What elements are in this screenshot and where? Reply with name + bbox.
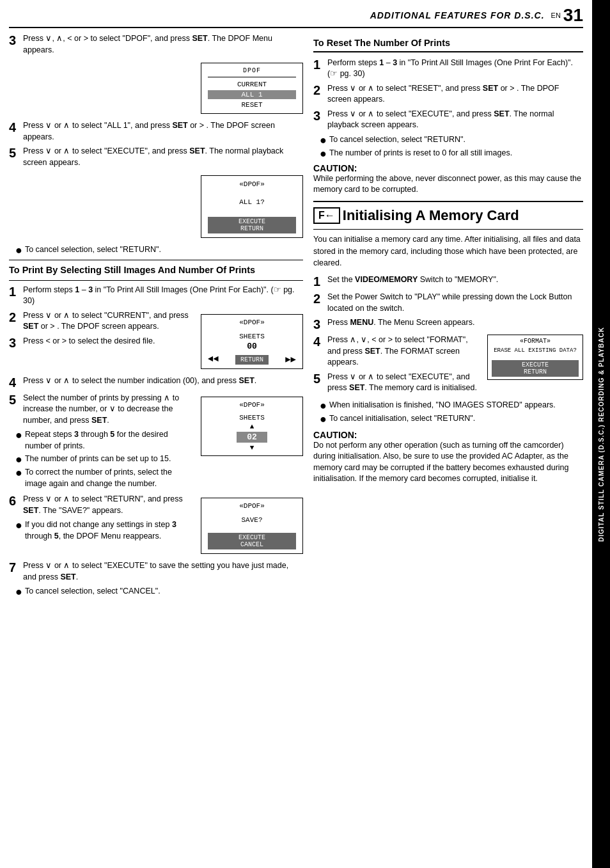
print-step-7: 7 Press ∨ or ∧ to select "EXECUTE" to sa… [9,560,303,583]
reset-step-1-num: 1 [313,58,325,72]
nav-left-arrow: ◄◄ [208,354,219,364]
print-step-5: 5 Select the number of prints by pressin… [9,393,196,427]
print-step-6-text: Press ∨ or ∧ to select "RETURN", and pre… [23,494,196,516]
dpof-save-title: «DPOF» [239,502,265,510]
bullet-5b-dot: ● [15,454,22,465]
reset-bullet-1: ● To cancel selection, select "RETURN". [320,134,583,146]
dpof-menu-screen: DPOF CURRENT ALL 1 RESET [201,63,303,114]
bullet-5c: ● To correct the number of prints, selec… [15,467,196,489]
header-num: 31 [563,6,583,24]
print-step-7-num: 7 [9,560,20,574]
step-4-text: Press ∨ or ∧ to select "ALL 1", and pres… [23,120,303,143]
print-step-1-num: 1 [9,285,20,299]
step-5-num: 5 [9,146,20,160]
dpof-sheets2-screen-container: «DPOF» SHEETS ▲ 02 ▼ [201,393,303,460]
print-step-2-text: Press ∨ or ∧ to select "CURRENT", and pr… [23,310,196,333]
init-heading-text: Initialising A Memory Card [343,207,519,224]
dpof-sheets2-val: 02 [237,432,267,443]
step-4-num: 4 [9,120,20,134]
init-caution-text: Do not perform any other operation (such… [313,440,583,485]
init-step-3-num: 3 [313,317,325,331]
dpof-execute-screen: «DPOF» ALL 1? EXECUTERETURN [201,175,303,238]
init-bullet-2: ● To cancel initialisation, select "RETU… [320,413,583,425]
header-page: EN 31 [551,6,583,24]
format-title: «FORMAT» [492,338,579,345]
bullet-dot-1: ● [15,244,22,256]
print-select-heading: To Print By Selecting Still Images And N… [9,264,303,276]
side-tab: DIGITAL STILL CAMERA (D.S.C.) RECORDING … [592,0,610,868]
bullet-6a-text: If you did not change any settings in st… [25,519,196,542]
reset-step-3: 3 Press ∨ or ∧ to select "EXECUTE", and … [313,109,583,131]
format-screen-container: «FORMAT» ERASE ALL EXISTING DATA? EXECUT… [487,335,583,380]
print-step-7-text: Press ∨ or ∧ to select "EXECUTE" to save… [23,560,303,583]
dpof-sheets-val: 00 [247,342,257,351]
nav-right-arrow: ▶▶ [285,354,296,365]
dpof-sheets2-title: «DPOF» [239,401,265,409]
bullet-5b: ● The number of prints can be set up to … [15,454,196,465]
step-3-num: 3 [9,33,20,47]
print-step-1-text: Perform steps 1 – 3 in "To Print All Sti… [23,285,303,307]
print-step-5-text: Select the number of prints by pressing … [23,393,196,427]
section-divider [9,260,303,260]
reset-step-2: 2 Press ∨ or ∧ to select "RESET", and pr… [313,83,583,106]
init-step-4-num: 4 [313,335,325,349]
init-step-4-text: Press ∧, ∨, < or > to select "FORMAT", a… [327,335,482,368]
init-step-5-text: Press ∨ or ∧ to select "EXECUTE", and pr… [327,372,482,394]
reset-step-3-num: 3 [313,109,325,123]
init-section: F← Initialising A Memory Card You can in… [313,201,583,485]
reset-step-2-text: Press ∨ or ∧ to select "RESET", and pres… [327,83,583,106]
init-step-2: 2 Set the Power Switch to "PLAY" while p… [313,292,583,314]
init-desc: You can initialise a memory card any tim… [313,233,583,269]
page-header: ADDITIONAL FEATURES FOR D.S.C. EN 31 [9,6,583,28]
header-en: EN [551,12,561,19]
caution-text: While performing the above, never discon… [313,173,583,196]
dpof-menu-title: DPOF [243,67,261,74]
init-step-3-text: Press MENU. The Menu Screen appears. [327,317,474,329]
dpof-menu-current: CURRENT [237,80,267,89]
print-step-2: 2 Press ∨ or ∧ to select "CURRENT", and … [9,310,196,333]
init-step-2-text: Set the Power Switch to "PLAY" while pre… [327,292,583,314]
caution-section: CAUTION: While performing the above, nev… [313,163,583,196]
bullet-7a-dot: ● [15,586,22,597]
print-step-3: 3 Press < or > to select the desired fil… [9,336,196,350]
init-icon: F← [313,207,340,224]
print-step-4-num: 4 [9,375,20,390]
bullet-7a-text: To cancel selection, select "CANCEL". [25,586,160,597]
reset-b2-text: The number of prints is reset to 0 for a… [329,148,512,159]
print-step-1: 1 Perform steps 1 – 3 in "To Print All S… [9,285,303,307]
print-step-3-text: Press < or > to select the desired file. [23,336,155,347]
bullet-cancel-text: To cancel selection, select "RETURN". [25,244,161,256]
reset-step-2-num: 2 [313,83,325,97]
nav-return-btn: RETURN [235,355,269,365]
two-col-layout: 3 Press ∨, ∧, < or > to select "DPOF", a… [9,33,583,862]
dpof-sheets-screen-container: «DPOF» SHEETS 00 ◄◄ RETURN ▶▶ [201,310,303,373]
init-heading-box: F← Initialising A Memory Card [313,207,583,224]
format-screen: «FORMAT» ERASE ALL EXISTING DATA? EXECUT… [487,335,583,380]
bullet-5a-dot: ● [15,429,22,441]
format-erase: ERASE ALL EXISTING DATA? [492,347,579,354]
init-rule [313,229,583,230]
init-step-3: 3 Press MENU. The Menu Screen appears. [313,317,583,331]
dpof-ex-title: «DPOF» [239,180,265,189]
print-select-divider [9,280,303,281]
right-column: To Reset The Number Of Prints 1 Perform … [313,33,583,862]
print-step-6-num: 6 [9,494,20,508]
init-step-5: 5 Press ∨ or ∧ to select "EXECUTE", and … [313,372,482,394]
dpof-save-label: SAVE? [241,516,262,524]
init-b1-text: When initialisation is finished, "NO IMA… [329,400,556,411]
dpof-menu-all1: ALL 1 [208,90,296,99]
dpof-save-execute: EXECUTECANCEL [208,533,296,549]
step-5-execute: 5 Press ∨ or ∧ to select "EXECUTE", and … [9,146,303,168]
init-caution-section: CAUTION: Do not perform any other operat… [313,430,583,485]
init-step-1: 1 Set the VIDEO/MEMORY Switch to "MEMORY… [313,274,583,288]
dpof-ex-execute: EXECUTERETURN [208,217,296,233]
dpof-sheets-title: «DPOF» [239,319,265,326]
init-step-5-num: 5 [313,372,325,386]
caution-title: CAUTION: [313,163,583,173]
init-step-2-num: 2 [313,292,325,306]
bullet-7a: ● To cancel selection, select "CANCEL". [15,586,303,597]
step-3-dpof: 3 Press ∨, ∧, < or > to select "DPOF", a… [9,33,303,56]
init-step-4: 4 Press ∧, ∨, < or > to select "FORMAT",… [313,335,482,368]
reset-step-1-text: Perform steps 1 – 3 in "To Print All Sti… [327,58,583,80]
left-column: 3 Press ∨, ∧, < or > to select "DPOF", a… [9,33,303,862]
